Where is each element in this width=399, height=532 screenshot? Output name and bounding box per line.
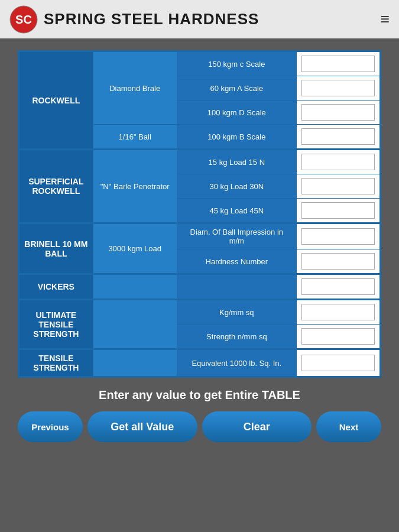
diamond-brale-label: Diamond Brale (93, 51, 177, 125)
input-cell (296, 223, 380, 249)
input-cell (296, 300, 380, 325)
input-cell (296, 76, 380, 100)
detail-strength-nmm: Strength n/mm sq (177, 325, 296, 349)
vickers-detail (177, 274, 296, 300)
table-row: BRINELL 10 mm Ball 3000 kgm Load Diam. O… (19, 223, 381, 249)
detail-100kgmd: 100 kgm D Scale (177, 100, 296, 125)
input-cell (296, 125, 380, 150)
input-cell (296, 325, 380, 349)
clear-button[interactable]: Clear (202, 411, 312, 442)
ts-input-1[interactable] (301, 355, 375, 371)
vickers-input-1[interactable] (301, 278, 375, 295)
buttons-row: Previous Get all Value Clear Next (18, 411, 381, 442)
vickers-sub (93, 274, 177, 300)
superficial-label: SUPERFICIAL ROCKWELL (19, 150, 93, 223)
detail-diam: Diam. Of Ball Impression in m/m (177, 223, 296, 249)
brinell-load-label: 3000 kgm Load (93, 223, 177, 274)
rockwell-input-4[interactable] (301, 128, 375, 145)
menu-icon[interactable]: ≡ (381, 10, 390, 28)
uts-input-2[interactable] (301, 328, 375, 345)
input-cell (296, 100, 380, 125)
sup-input-3[interactable] (301, 202, 375, 219)
n-barle-label: "N" Barle Penetrator (93, 150, 177, 223)
uts-sub (93, 300, 177, 349)
detail-30kg: 30 kg Load 30N (177, 174, 296, 199)
ts-sub (93, 349, 177, 377)
rockwell-label: ROCKWELL (19, 51, 93, 150)
detail-15kg: 15 kg Load 15 N (177, 150, 296, 174)
sup-input-1[interactable] (301, 154, 375, 170)
detail-hardness-num: Hardness Number (177, 249, 296, 274)
brinell-input-1[interactable] (301, 228, 375, 245)
ball-label: 1/16" Ball (93, 125, 177, 150)
brinell-label: BRINELL 10 mm Ball (19, 223, 93, 274)
vickers-label: VICKERS (19, 274, 93, 300)
detail-60kgm: 60 kgm A Scale (177, 76, 296, 100)
input-cell (296, 274, 380, 300)
main-content: ROCKWELL Diamond Brale 150 kgm c Scale 6… (0, 38, 399, 532)
input-cell (296, 349, 380, 377)
app-logo: SC (9, 5, 38, 34)
input-cell (296, 150, 380, 174)
detail-150kgm: 150 kgm c Scale (177, 51, 296, 76)
get-all-button[interactable]: Get all Value (87, 411, 197, 442)
table-row: SUPERFICIAL ROCKWELL "N" Barle Penetrato… (19, 150, 381, 174)
input-cell (296, 174, 380, 199)
table-row: ULTIMATE TENSILE STRENGTH Kg/mm sq (19, 300, 381, 325)
ts-label: TENSILE STRENGTH (19, 349, 93, 377)
input-cell (296, 249, 380, 274)
hardness-table: ROCKWELL Diamond Brale 150 kgm c Scale 6… (18, 50, 381, 378)
rockwell-input-3[interactable] (301, 104, 375, 121)
header: SC SPRING STEEL HARDNESS ≡ (0, 0, 399, 38)
rockwell-input-2[interactable] (301, 80, 375, 96)
detail-100kgmb: 100 kgm B Scale (177, 125, 296, 150)
detail-equivalent: Equivalent 1000 lb. Sq. In. (177, 349, 296, 377)
table-row: TENSILE STRENGTH Equivalent 1000 lb. Sq.… (19, 349, 381, 377)
sup-input-2[interactable] (301, 178, 375, 194)
detail-kgmmsq: Kg/mm sq (177, 300, 296, 325)
previous-button[interactable]: Previous (18, 411, 83, 442)
app-title: SPRING STEEL HARDNESS (44, 10, 259, 28)
detail-45kg: 45 kg Load 45N (177, 199, 296, 223)
svg-text:SC: SC (15, 13, 32, 26)
input-cell (296, 51, 380, 76)
header-left: SC SPRING STEEL HARDNESS (9, 5, 259, 34)
instruction-text: Enter any value to get Entire TABLE (99, 388, 300, 402)
brinell-input-2[interactable] (301, 253, 375, 270)
input-cell (296, 199, 380, 223)
uts-input-1[interactable] (301, 304, 375, 320)
table-row: VICKERS (19, 274, 381, 300)
rockwell-input-1[interactable] (301, 56, 375, 72)
table-row: ROCKWELL Diamond Brale 150 kgm c Scale (19, 51, 381, 76)
uts-label: ULTIMATE TENSILE STRENGTH (19, 300, 93, 349)
next-button[interactable]: Next (316, 411, 381, 442)
